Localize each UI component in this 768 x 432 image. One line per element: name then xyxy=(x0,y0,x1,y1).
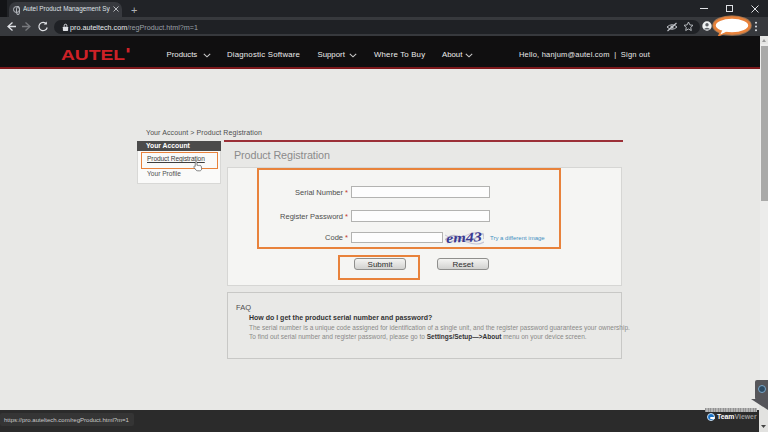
svg-text:AUTEL: AUTEL xyxy=(61,47,125,62)
